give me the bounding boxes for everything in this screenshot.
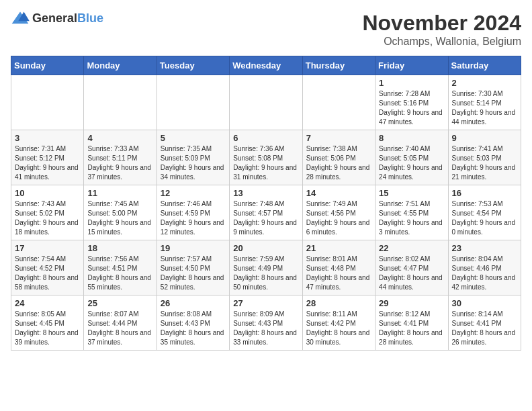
- day-info: Sunrise: 7:31 AM Sunset: 5:12 PM Dayligh…: [15, 144, 80, 182]
- table-row: 20Sunrise: 7:59 AM Sunset: 4:49 PM Dayli…: [230, 240, 302, 295]
- day-info: Sunrise: 8:08 AM Sunset: 4:43 PM Dayligh…: [161, 310, 226, 347]
- table-row: 11Sunrise: 7:45 AM Sunset: 5:00 PM Dayli…: [84, 185, 157, 240]
- calendar-week-row: 10Sunrise: 7:43 AM Sunset: 5:02 PM Dayli…: [11, 185, 521, 240]
- day-number: 6: [233, 133, 298, 143]
- day-info: Sunrise: 7:56 AM Sunset: 4:51 PM Dayligh…: [87, 255, 152, 292]
- day-info: Sunrise: 7:28 AM Sunset: 5:16 PM Dayligh…: [379, 89, 444, 127]
- table-row: 9Sunrise: 7:41 AM Sunset: 5:03 PM Daylig…: [448, 130, 521, 185]
- day-info: Sunrise: 7:46 AM Sunset: 4:59 PM Dayligh…: [161, 199, 226, 237]
- calendar-week-row: 1Sunrise: 7:28 AM Sunset: 5:16 PM Daylig…: [11, 75, 521, 130]
- day-info: Sunrise: 7:57 AM Sunset: 4:50 PM Dayligh…: [161, 255, 226, 292]
- table-row: [11, 75, 84, 130]
- day-number: 15: [379, 188, 444, 198]
- day-number: 9: [452, 133, 517, 143]
- day-info: Sunrise: 7:38 AM Sunset: 5:06 PM Dayligh…: [306, 144, 371, 182]
- day-info: Sunrise: 7:33 AM Sunset: 5:11 PM Dayligh…: [87, 144, 152, 182]
- col-thursday: Thursday: [302, 56, 375, 75]
- table-row: 26Sunrise: 8:08 AM Sunset: 4:43 PM Dayli…: [157, 295, 229, 351]
- day-info: Sunrise: 7:51 AM Sunset: 4:55 PM Dayligh…: [379, 199, 444, 237]
- day-info: Sunrise: 7:45 AM Sunset: 5:00 PM Dayligh…: [87, 199, 152, 237]
- day-info: Sunrise: 7:59 AM Sunset: 4:49 PM Dayligh…: [233, 255, 298, 292]
- day-number: 28: [306, 298, 371, 308]
- calendar-header-row: Sunday Monday Tuesday Wednesday Thursday…: [11, 56, 521, 75]
- day-number: 3: [15, 133, 80, 143]
- day-info: Sunrise: 7:43 AM Sunset: 5:02 PM Dayligh…: [15, 199, 80, 237]
- day-number: 17: [15, 243, 80, 253]
- table-row: 13Sunrise: 7:48 AM Sunset: 4:57 PM Dayli…: [230, 185, 302, 240]
- table-row: 18Sunrise: 7:56 AM Sunset: 4:51 PM Dayli…: [84, 240, 157, 295]
- day-info: Sunrise: 7:54 AM Sunset: 4:52 PM Dayligh…: [15, 255, 80, 292]
- table-row: 4Sunrise: 7:33 AM Sunset: 5:11 PM Daylig…: [84, 130, 157, 185]
- page-header: GeneralBlue November 2024 Ochamps, Wallo…: [11, 11, 521, 48]
- table-row: 1Sunrise: 7:28 AM Sunset: 5:16 PM Daylig…: [375, 75, 448, 130]
- day-info: Sunrise: 7:40 AM Sunset: 5:05 PM Dayligh…: [379, 144, 444, 182]
- table-row: 28Sunrise: 8:11 AM Sunset: 4:42 PM Dayli…: [302, 295, 375, 351]
- table-row: 8Sunrise: 7:40 AM Sunset: 5:05 PM Daylig…: [375, 130, 448, 185]
- table-row: 10Sunrise: 7:43 AM Sunset: 5:02 PM Dayli…: [11, 185, 84, 240]
- day-number: 21: [306, 243, 371, 253]
- table-row: 23Sunrise: 8:04 AM Sunset: 4:46 PM Dayli…: [448, 240, 521, 295]
- day-number: 13: [233, 188, 298, 198]
- table-row: 17Sunrise: 7:54 AM Sunset: 4:52 PM Dayli…: [11, 240, 84, 295]
- day-number: 22: [379, 243, 444, 253]
- day-number: 30: [452, 298, 517, 308]
- day-number: 12: [161, 188, 226, 198]
- day-info: Sunrise: 8:04 AM Sunset: 4:46 PM Dayligh…: [452, 255, 517, 292]
- day-number: 25: [87, 298, 152, 308]
- day-number: 23: [452, 243, 517, 253]
- col-monday: Monday: [84, 56, 157, 75]
- day-number: 26: [161, 298, 226, 308]
- table-row: 21Sunrise: 8:01 AM Sunset: 4:48 PM Dayli…: [302, 240, 375, 295]
- table-row: 29Sunrise: 8:12 AM Sunset: 4:41 PM Dayli…: [375, 295, 448, 351]
- table-row: 27Sunrise: 8:09 AM Sunset: 4:43 PM Dayli…: [230, 295, 302, 351]
- location-subtitle: Ochamps, Wallonia, Belgium: [362, 36, 521, 48]
- day-number: 11: [87, 188, 152, 198]
- day-number: 5: [161, 133, 226, 143]
- table-row: 5Sunrise: 7:35 AM Sunset: 5:09 PM Daylig…: [157, 130, 229, 185]
- day-number: 2: [452, 78, 517, 88]
- table-row: 7Sunrise: 7:38 AM Sunset: 5:06 PM Daylig…: [302, 130, 375, 185]
- logo-general: General: [32, 11, 77, 25]
- day-info: Sunrise: 8:14 AM Sunset: 4:41 PM Dayligh…: [452, 310, 517, 347]
- day-info: Sunrise: 7:30 AM Sunset: 5:14 PM Dayligh…: [452, 89, 517, 127]
- col-sunday: Sunday: [11, 56, 84, 75]
- day-number: 27: [233, 298, 298, 308]
- col-saturday: Saturday: [448, 56, 521, 75]
- col-friday: Friday: [375, 56, 448, 75]
- day-info: Sunrise: 8:12 AM Sunset: 4:41 PM Dayligh…: [379, 310, 444, 347]
- table-row: [157, 75, 229, 130]
- day-info: Sunrise: 8:11 AM Sunset: 4:42 PM Dayligh…: [306, 310, 371, 347]
- day-info: Sunrise: 7:49 AM Sunset: 4:56 PM Dayligh…: [306, 199, 371, 237]
- day-info: Sunrise: 7:36 AM Sunset: 5:08 PM Dayligh…: [233, 144, 298, 182]
- title-area: November 2024 Ochamps, Wallonia, Belgium: [362, 11, 521, 48]
- table-row: 2Sunrise: 7:30 AM Sunset: 5:14 PM Daylig…: [448, 75, 521, 130]
- day-info: Sunrise: 8:02 AM Sunset: 4:47 PM Dayligh…: [379, 255, 444, 292]
- table-row: 24Sunrise: 8:05 AM Sunset: 4:45 PM Dayli…: [11, 295, 84, 351]
- day-info: Sunrise: 7:48 AM Sunset: 4:57 PM Dayligh…: [233, 199, 298, 237]
- table-row: 19Sunrise: 7:57 AM Sunset: 4:50 PM Dayli…: [157, 240, 229, 295]
- day-number: 8: [379, 133, 444, 143]
- day-number: 1: [379, 78, 444, 88]
- day-number: 7: [306, 133, 371, 143]
- day-info: Sunrise: 8:07 AM Sunset: 4:44 PM Dayligh…: [87, 310, 152, 347]
- calendar-table: Sunday Monday Tuesday Wednesday Thursday…: [11, 56, 521, 351]
- logo: GeneralBlue: [11, 11, 103, 26]
- table-row: 30Sunrise: 8:14 AM Sunset: 4:41 PM Dayli…: [448, 295, 521, 351]
- table-row: [230, 75, 302, 130]
- day-number: 29: [379, 298, 444, 308]
- day-info: Sunrise: 8:09 AM Sunset: 4:43 PM Dayligh…: [233, 310, 298, 347]
- day-info: Sunrise: 8:05 AM Sunset: 4:45 PM Dayligh…: [15, 310, 80, 347]
- day-info: Sunrise: 8:01 AM Sunset: 4:48 PM Dayligh…: [306, 255, 371, 292]
- table-row: 3Sunrise: 7:31 AM Sunset: 5:12 PM Daylig…: [11, 130, 84, 185]
- day-number: 24: [15, 298, 80, 308]
- col-tuesday: Tuesday: [157, 56, 229, 75]
- table-row: 22Sunrise: 8:02 AM Sunset: 4:47 PM Dayli…: [375, 240, 448, 295]
- calendar-week-row: 3Sunrise: 7:31 AM Sunset: 5:12 PM Daylig…: [11, 130, 521, 185]
- day-number: 4: [87, 133, 152, 143]
- table-row: 12Sunrise: 7:46 AM Sunset: 4:59 PM Dayli…: [157, 185, 229, 240]
- day-info: Sunrise: 7:41 AM Sunset: 5:03 PM Dayligh…: [452, 144, 517, 182]
- table-row: 14Sunrise: 7:49 AM Sunset: 4:56 PM Dayli…: [302, 185, 375, 240]
- day-number: 19: [161, 243, 226, 253]
- logo-icon: [11, 11, 30, 26]
- day-number: 14: [306, 188, 371, 198]
